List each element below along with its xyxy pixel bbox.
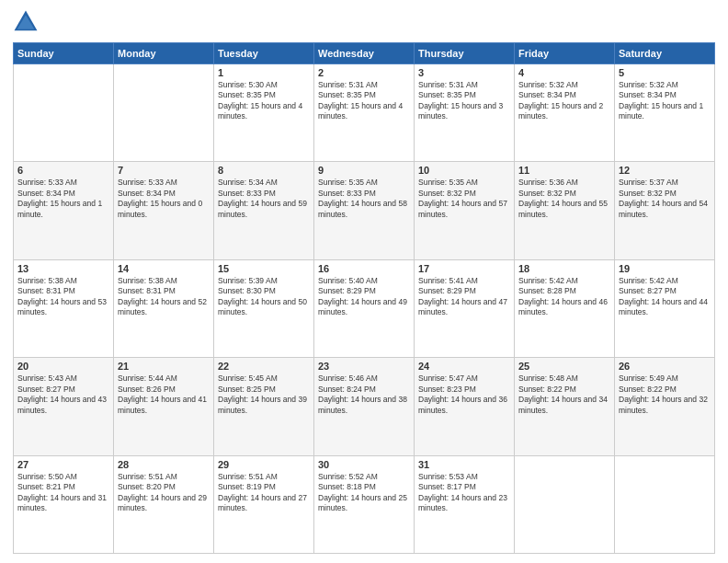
day-info: Sunrise: 5:40 AMSunset: 8:29 PMDaylight:… (318, 276, 410, 318)
day-info: Sunrise: 5:38 AMSunset: 8:31 PMDaylight:… (118, 276, 210, 318)
calendar-week-2: 6Sunrise: 5:33 AMSunset: 8:34 PMDaylight… (14, 162, 715, 259)
day-info: Sunrise: 5:50 AMSunset: 8:21 PMDaylight:… (17, 472, 109, 514)
weekday-row: SundayMondayTuesdayWednesdayThursdayFrid… (14, 43, 715, 64)
day-number: 3 (418, 67, 510, 78)
day-info: Sunrise: 5:53 AMSunset: 8:17 PMDaylight:… (418, 472, 510, 514)
calendar-cell: 24Sunrise: 5:47 AMSunset: 8:23 PMDayligh… (415, 358, 515, 455)
day-info: Sunrise: 5:46 AMSunset: 8:24 PMDaylight:… (318, 373, 410, 416)
logo-icon (13, 9, 39, 35)
day-info: Sunrise: 5:34 AMSunset: 8:33 PMDaylight:… (218, 178, 310, 220)
day-number: 27 (17, 459, 109, 470)
weekday-header-wednesday: Wednesday (314, 43, 415, 64)
day-info: Sunrise: 5:31 AMSunset: 8:35 PMDaylight:… (418, 80, 510, 122)
calendar-cell: 4Sunrise: 5:32 AMSunset: 8:34 PMDaylight… (515, 64, 615, 162)
calendar-cell: 2Sunrise: 5:31 AMSunset: 8:35 PMDaylight… (314, 64, 415, 162)
day-info: Sunrise: 5:42 AMSunset: 8:28 PMDaylight:… (518, 276, 610, 318)
day-info: Sunrise: 5:35 AMSunset: 8:32 PMDaylight:… (418, 178, 510, 220)
day-info: Sunrise: 5:31 AMSunset: 8:35 PMDaylight:… (318, 80, 410, 122)
day-info: Sunrise: 5:43 AMSunset: 8:27 PMDaylight:… (17, 373, 109, 416)
calendar-body: 1Sunrise: 5:30 AMSunset: 8:35 PMDaylight… (14, 64, 715, 554)
day-info: Sunrise: 5:33 AMSunset: 8:34 PMDaylight:… (17, 178, 109, 220)
day-info: Sunrise: 5:33 AMSunset: 8:34 PMDaylight:… (118, 178, 210, 220)
calendar-week-1: 1Sunrise: 5:30 AMSunset: 8:35 PMDaylight… (14, 64, 715, 162)
day-number: 28 (118, 459, 210, 470)
calendar-cell: 17Sunrise: 5:41 AMSunset: 8:29 PMDayligh… (415, 259, 515, 357)
day-info: Sunrise: 5:41 AMSunset: 8:29 PMDaylight:… (418, 276, 510, 318)
day-info: Sunrise: 5:32 AMSunset: 8:34 PMDaylight:… (518, 80, 610, 122)
calendar-cell: 29Sunrise: 5:51 AMSunset: 8:19 PMDayligh… (214, 455, 314, 553)
calendar-header: SundayMondayTuesdayWednesdayThursdayFrid… (14, 43, 715, 64)
day-info: Sunrise: 5:36 AMSunset: 8:32 PMDaylight:… (518, 178, 610, 220)
day-number: 31 (418, 459, 510, 470)
day-number: 15 (218, 263, 310, 274)
calendar-cell: 7Sunrise: 5:33 AMSunset: 8:34 PMDaylight… (114, 162, 214, 259)
calendar-cell: 26Sunrise: 5:49 AMSunset: 8:22 PMDayligh… (615, 358, 715, 455)
day-info: Sunrise: 5:47 AMSunset: 8:23 PMDaylight:… (418, 373, 510, 416)
day-number: 10 (418, 165, 510, 176)
day-number: 29 (218, 459, 310, 470)
calendar-cell: 18Sunrise: 5:42 AMSunset: 8:28 PMDayligh… (515, 259, 615, 357)
day-info: Sunrise: 5:51 AMSunset: 8:20 PMDaylight:… (118, 472, 210, 514)
day-number: 25 (518, 361, 610, 372)
calendar-cell: 20Sunrise: 5:43 AMSunset: 8:27 PMDayligh… (14, 358, 114, 455)
weekday-header-monday: Monday (114, 43, 214, 64)
calendar-cell: 27Sunrise: 5:50 AMSunset: 8:21 PMDayligh… (14, 455, 114, 553)
day-info: Sunrise: 5:48 AMSunset: 8:22 PMDaylight:… (518, 373, 610, 416)
day-info: Sunrise: 5:37 AMSunset: 8:32 PMDaylight:… (619, 178, 711, 220)
calendar-cell: 5Sunrise: 5:32 AMSunset: 8:34 PMDaylight… (615, 64, 715, 162)
day-number: 5 (619, 67, 711, 78)
logo (13, 9, 42, 35)
day-number: 8 (218, 165, 310, 176)
calendar-cell: 8Sunrise: 5:34 AMSunset: 8:33 PMDaylight… (214, 162, 314, 259)
day-number: 4 (518, 67, 610, 78)
calendar-cell: 23Sunrise: 5:46 AMSunset: 8:24 PMDayligh… (314, 358, 415, 455)
calendar-table: SundayMondayTuesdayWednesdayThursdayFrid… (13, 42, 715, 554)
day-number: 30 (318, 459, 410, 470)
day-info: Sunrise: 5:38 AMSunset: 8:31 PMDaylight:… (17, 276, 109, 318)
calendar-cell: 9Sunrise: 5:35 AMSunset: 8:33 PMDaylight… (314, 162, 415, 259)
day-number: 2 (318, 67, 410, 78)
calendar-week-3: 13Sunrise: 5:38 AMSunset: 8:31 PMDayligh… (14, 259, 715, 357)
calendar-cell: 30Sunrise: 5:52 AMSunset: 8:18 PMDayligh… (314, 455, 415, 553)
calendar-cell: 6Sunrise: 5:33 AMSunset: 8:34 PMDaylight… (14, 162, 114, 259)
header (13, 9, 715, 35)
weekday-header-friday: Friday (515, 43, 615, 64)
calendar-cell (515, 455, 615, 553)
calendar-cell (114, 64, 214, 162)
day-info: Sunrise: 5:49 AMSunset: 8:22 PMDaylight:… (619, 373, 711, 416)
calendar-cell: 15Sunrise: 5:39 AMSunset: 8:30 PMDayligh… (214, 259, 314, 357)
day-info: Sunrise: 5:44 AMSunset: 8:26 PMDaylight:… (118, 373, 210, 416)
day-number: 13 (17, 263, 109, 274)
calendar-week-5: 27Sunrise: 5:50 AMSunset: 8:21 PMDayligh… (14, 455, 715, 553)
calendar-cell: 13Sunrise: 5:38 AMSunset: 8:31 PMDayligh… (14, 259, 114, 357)
day-number: 24 (418, 361, 510, 372)
day-info: Sunrise: 5:45 AMSunset: 8:25 PMDaylight:… (218, 373, 310, 416)
weekday-header-thursday: Thursday (415, 43, 515, 64)
calendar-cell: 3Sunrise: 5:31 AMSunset: 8:35 PMDaylight… (415, 64, 515, 162)
calendar-cell: 22Sunrise: 5:45 AMSunset: 8:25 PMDayligh… (214, 358, 314, 455)
day-number: 17 (418, 263, 510, 274)
day-info: Sunrise: 5:42 AMSunset: 8:27 PMDaylight:… (619, 276, 711, 318)
day-info: Sunrise: 5:39 AMSunset: 8:30 PMDaylight:… (218, 276, 310, 318)
calendar-week-4: 20Sunrise: 5:43 AMSunset: 8:27 PMDayligh… (14, 358, 715, 455)
calendar-cell: 12Sunrise: 5:37 AMSunset: 8:32 PMDayligh… (615, 162, 715, 259)
day-number: 12 (619, 165, 711, 176)
day-number: 23 (318, 361, 410, 372)
calendar-cell: 1Sunrise: 5:30 AMSunset: 8:35 PMDaylight… (214, 64, 314, 162)
calendar-cell: 19Sunrise: 5:42 AMSunset: 8:27 PMDayligh… (615, 259, 715, 357)
calendar-cell (14, 64, 114, 162)
day-info: Sunrise: 5:52 AMSunset: 8:18 PMDaylight:… (318, 472, 410, 514)
calendar-cell: 10Sunrise: 5:35 AMSunset: 8:32 PMDayligh… (415, 162, 515, 259)
day-number: 21 (118, 361, 210, 372)
day-number: 22 (218, 361, 310, 372)
day-number: 6 (17, 165, 109, 176)
day-number: 19 (619, 263, 711, 274)
day-number: 11 (518, 165, 610, 176)
day-number: 18 (518, 263, 610, 274)
calendar-cell: 21Sunrise: 5:44 AMSunset: 8:26 PMDayligh… (114, 358, 214, 455)
day-info: Sunrise: 5:51 AMSunset: 8:19 PMDaylight:… (218, 472, 310, 514)
calendar-cell (615, 455, 715, 553)
day-info: Sunrise: 5:30 AMSunset: 8:35 PMDaylight:… (218, 80, 310, 122)
calendar-cell: 25Sunrise: 5:48 AMSunset: 8:22 PMDayligh… (515, 358, 615, 455)
weekday-header-sunday: Sunday (14, 43, 114, 64)
